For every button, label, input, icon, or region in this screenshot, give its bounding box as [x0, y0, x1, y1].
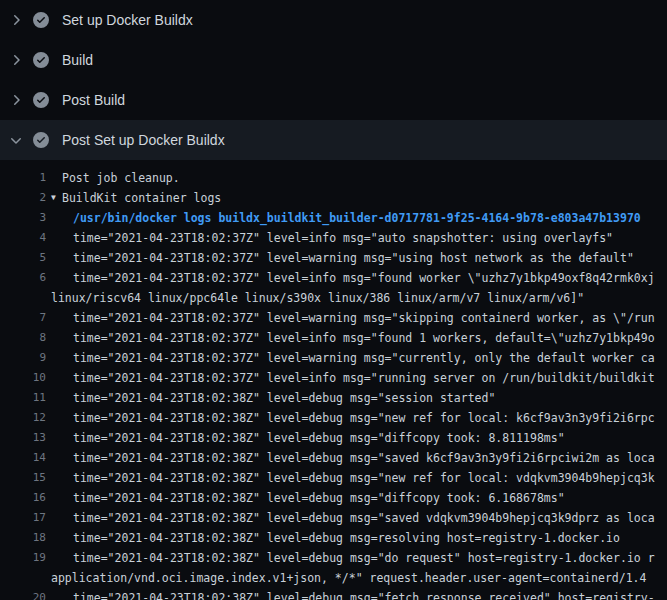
log-text: time="2021-04-23T18:02:38Z" level=debug … [51, 548, 655, 568]
log-line: 10time="2021-04-23T18:02:37Z" level=info… [0, 368, 667, 388]
step-row-build[interactable]: Build [0, 40, 667, 80]
log-group-toggle[interactable]: ▼BuildKit container logs [51, 188, 221, 208]
log-text: time="2021-04-23T18:02:38Z" level=debug … [51, 448, 655, 468]
chevron-down-icon[interactable] [8, 132, 24, 148]
actions-log-viewer: Set up Docker BuildxBuildPost BuildPost … [0, 0, 667, 600]
log-line-number[interactable]: 6 [0, 268, 46, 288]
log-line-number[interactable]: 12 [0, 408, 46, 428]
log-line: 3/usr/bin/docker logs buildx_buildkit_bu… [0, 208, 667, 228]
log-text: time="2021-04-23T18:02:37Z" level=info m… [51, 228, 613, 248]
log-line: 13time="2021-04-23T18:02:38Z" level=debu… [0, 428, 667, 448]
log-text: time="2021-04-23T18:02:38Z" level=debug … [51, 508, 655, 528]
log-line: 9time="2021-04-23T18:02:37Z" level=warni… [0, 348, 667, 368]
log-output: 1Post job cleanup.2▼BuildKit container l… [0, 160, 667, 600]
log-text: time="2021-04-23T18:02:38Z" level=debug … [51, 468, 655, 488]
log-line-number[interactable]: 18 [0, 528, 46, 548]
log-line: 14time="2021-04-23T18:02:38Z" level=debu… [0, 448, 667, 468]
log-text: time="2021-04-23T18:02:38Z" level=debug … [51, 588, 655, 600]
log-line: 12time="2021-04-23T18:02:38Z" level=debu… [0, 408, 667, 428]
log-line-number[interactable]: 17 [0, 508, 46, 528]
log-line: 6time="2021-04-23T18:02:37Z" level=info … [0, 268, 667, 288]
check-circle-icon [33, 92, 49, 108]
log-line-number [0, 288, 46, 308]
log-line-number[interactable]: 15 [0, 468, 46, 488]
log-line-number[interactable]: 16 [0, 488, 46, 508]
log-text: time="2021-04-23T18:02:38Z" level=debug … [51, 528, 620, 548]
log-line-continuation: linux/riscv64 linux/ppc64le linux/s390x … [0, 288, 667, 308]
log-text: linux/riscv64 linux/ppc64le linux/s390x … [51, 288, 584, 308]
step-title: Post Set up Docker Buildx [62, 132, 225, 148]
step-title: Build [62, 52, 93, 68]
log-text: time="2021-04-23T18:02:37Z" level=info m… [51, 268, 655, 288]
log-line-number[interactable]: 10 [0, 368, 46, 388]
step-row-set-up-docker-buildx[interactable]: Set up Docker Buildx [0, 0, 667, 40]
log-text: time="2021-04-23T18:02:38Z" level=debug … [51, 428, 565, 448]
log-text: application/vnd.oci.image.index.v1+json,… [51, 568, 646, 588]
log-line-continuation: application/vnd.oci.image.index.v1+json,… [0, 568, 667, 588]
check-circle-icon [33, 52, 49, 68]
log-line: 11time="2021-04-23T18:02:38Z" level=debu… [0, 388, 667, 408]
log-command-text: /usr/bin/docker logs buildx_buildkit_bui… [51, 208, 641, 228]
log-line: 7time="2021-04-23T18:02:37Z" level=warni… [0, 308, 667, 328]
log-line-number[interactable]: 3 [0, 208, 46, 228]
log-line: 20time="2021-04-23T18:02:38Z" level=debu… [0, 588, 667, 600]
log-line-number[interactable]: 2 [0, 188, 46, 208]
step-title: Set up Docker Buildx [62, 12, 193, 28]
log-line-number[interactable]: 1 [0, 168, 46, 188]
step-title: Post Build [62, 92, 125, 108]
log-text: time="2021-04-23T18:02:38Z" level=debug … [51, 388, 495, 408]
log-line: 2▼BuildKit container logs [0, 188, 667, 208]
step-list: Set up Docker BuildxBuildPost BuildPost … [0, 0, 667, 160]
log-line-number [0, 568, 46, 588]
log-line: 18time="2021-04-23T18:02:38Z" level=debu… [0, 528, 667, 548]
chevron-right-icon[interactable] [8, 12, 24, 28]
log-line: 17time="2021-04-23T18:02:38Z" level=debu… [0, 508, 667, 528]
log-line: 16time="2021-04-23T18:02:38Z" level=debu… [0, 488, 667, 508]
log-line: 4time="2021-04-23T18:02:37Z" level=info … [0, 228, 667, 248]
log-line-number[interactable]: 5 [0, 248, 46, 268]
log-line-number[interactable]: 19 [0, 548, 46, 568]
log-line-number[interactable]: 7 [0, 308, 46, 328]
log-line-number[interactable]: 9 [0, 348, 46, 368]
log-line-number[interactable]: 14 [0, 448, 46, 468]
log-line-number[interactable]: 4 [0, 228, 46, 248]
chevron-right-icon[interactable] [8, 92, 24, 108]
log-line-number[interactable]: 11 [0, 388, 46, 408]
log-text: time="2021-04-23T18:02:37Z" level=warnin… [51, 348, 655, 368]
log-line: 5time="2021-04-23T18:02:37Z" level=warni… [0, 248, 667, 268]
log-text: time="2021-04-23T18:02:37Z" level=info m… [51, 328, 655, 348]
log-text: Post job cleanup. [51, 168, 180, 188]
check-circle-icon [33, 132, 49, 148]
chevron-right-icon[interactable] [8, 52, 24, 68]
log-line-number[interactable]: 13 [0, 428, 46, 448]
log-line: 1Post job cleanup. [0, 168, 667, 188]
check-circle-icon [33, 12, 49, 28]
group-caret-icon[interactable]: ▼ [51, 188, 62, 208]
log-text: time="2021-04-23T18:02:37Z" level=warnin… [51, 308, 655, 328]
log-line: 15time="2021-04-23T18:02:38Z" level=debu… [0, 468, 667, 488]
log-group-label[interactable]: BuildKit container logs [62, 191, 221, 205]
step-row-post-build[interactable]: Post Build [0, 80, 667, 120]
log-line-number[interactable]: 8 [0, 328, 46, 348]
step-row-post-set-up-docker-buildx[interactable]: Post Set up Docker Buildx [0, 120, 667, 160]
log-line: 19time="2021-04-23T18:02:38Z" level=debu… [0, 548, 667, 568]
log-text: time="2021-04-23T18:02:38Z" level=debug … [51, 408, 655, 428]
log-text: time="2021-04-23T18:02:37Z" level=info m… [51, 368, 655, 388]
log-line: 8time="2021-04-23T18:02:37Z" level=info … [0, 328, 667, 348]
log-line-number[interactable]: 20 [0, 588, 46, 600]
log-text: time="2021-04-23T18:02:38Z" level=debug … [51, 488, 565, 508]
log-text: time="2021-04-23T18:02:37Z" level=warnin… [51, 248, 634, 268]
